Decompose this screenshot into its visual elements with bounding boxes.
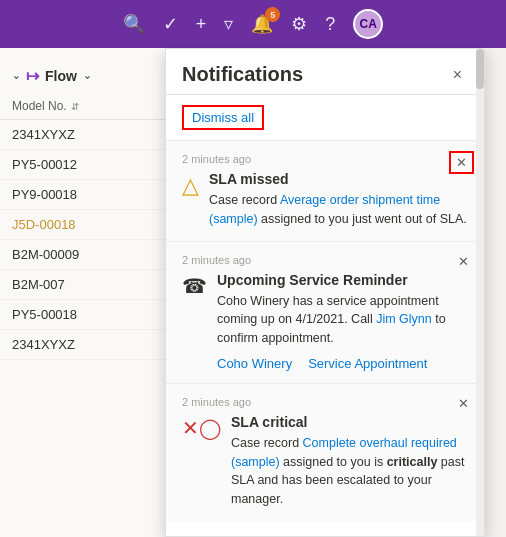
notification-close-button[interactable]: ✕ [453, 252, 474, 271]
notification-card-service-reminder: 2 minutes ago ✕ ☎ Upcoming Service Remin… [166, 241, 484, 383]
notification-body: ✕◯ SLA critical Case record Complete ove… [182, 414, 468, 509]
list-item[interactable]: PY5-00018 [0, 300, 169, 330]
notification-title-text: Upcoming Service Reminder [217, 272, 468, 288]
column-header: Model No. ⇵ [0, 93, 169, 120]
critical-icon: ✕◯ [182, 416, 221, 440]
settings-icon[interactable]: ⚙ [291, 13, 307, 35]
avatar[interactable]: CA [353, 9, 383, 39]
notification-close-button[interactable]: ✕ [449, 151, 474, 174]
service-appointment-link[interactable]: Service Appointment [308, 356, 427, 371]
list-item[interactable]: PY9-00018 [0, 180, 169, 210]
desc-post: assigned to you just went out of SLA. [258, 212, 467, 226]
list-item[interactable]: J5D-00018 [0, 210, 169, 240]
notification-time: 2 minutes ago [182, 153, 468, 165]
filter-icon[interactable]: ▿ [224, 13, 233, 35]
flow-icon: ↦ [26, 66, 39, 85]
notification-description: Case record Complete overhaul required (… [231, 434, 468, 509]
notification-time: 2 minutes ago [182, 396, 468, 408]
notifications-header: Notifications × [166, 49, 484, 95]
notification-title-text: SLA critical [231, 414, 468, 430]
notification-links-row: Coho Winery Service Appointment [217, 356, 468, 371]
search-icon[interactable]: 🔍 [123, 13, 145, 35]
notification-content: Upcoming Service Reminder Coho Winery ha… [217, 272, 468, 371]
list-item[interactable]: B2M-007 [0, 270, 169, 300]
notification-title-text: SLA missed [209, 171, 468, 187]
notification-close-button[interactable]: ✕ [453, 394, 474, 413]
chevron-right-icon[interactable]: ⌄ [83, 70, 91, 81]
top-nav: 🔍 ✓ + ▿ 🔔 5 ⚙ ? CA [0, 0, 506, 48]
flow-label: Flow [45, 68, 77, 84]
critically-bold: critically [387, 455, 438, 469]
warning-icon: △ [182, 173, 199, 199]
coho-winery-link[interactable]: Coho Winery [217, 356, 292, 371]
desc-post: assigned to you is [280, 455, 387, 469]
column-header-label: Model No. [12, 99, 67, 113]
notifications-close-button[interactable]: × [447, 64, 468, 86]
notification-description: Case record Average order shipment time … [209, 191, 468, 229]
notification-card-sla-critical: 2 minutes ago ✕ ✕◯ SLA critical Case rec… [166, 383, 484, 521]
desc-pre: Case record [231, 436, 303, 450]
bell-icon[interactable]: 🔔 5 [251, 13, 273, 35]
notification-card-sla-missed: 2 minutes ago ✕ △ SLA missed Case record… [166, 140, 484, 241]
notification-time: 2 minutes ago [182, 254, 468, 266]
list-item[interactable]: 2341XYXZ [0, 120, 169, 150]
list-item[interactable]: PY5-00012 [0, 150, 169, 180]
bell-badge: 5 [265, 7, 280, 22]
desc-pre: Case record [209, 193, 280, 207]
list-item[interactable]: B2M-00009 [0, 240, 169, 270]
help-icon[interactable]: ? [325, 14, 335, 35]
notification-body: ☎ Upcoming Service Reminder Coho Winery … [182, 272, 468, 371]
scrollbar-thumb[interactable] [476, 49, 484, 89]
jim-glynn-link[interactable]: Jim Glynn [376, 312, 432, 326]
scrollbar[interactable] [476, 49, 484, 536]
notification-description: Coho Winery has a service appointment co… [217, 292, 468, 348]
sort-icon[interactable]: ⇵ [71, 101, 79, 112]
notification-content: SLA missed Case record Average order shi… [209, 171, 468, 229]
tasks-icon[interactable]: ✓ [163, 13, 178, 35]
sidebar-header: ⌄ ↦ Flow ⌄ [0, 58, 169, 93]
list-item[interactable]: 2341XYXZ [0, 330, 169, 360]
notifications-title: Notifications [182, 63, 303, 86]
phone-icon: ☎ [182, 274, 207, 298]
notification-content: SLA critical Case record Complete overha… [231, 414, 468, 509]
dismiss-all-button[interactable]: Dismiss all [182, 105, 264, 130]
add-icon[interactable]: + [196, 14, 207, 35]
main-area: ⌄ ↦ Flow ⌄ Model No. ⇵ 2341XYXZ PY5-0001… [0, 48, 506, 537]
sidebar: ⌄ ↦ Flow ⌄ Model No. ⇵ 2341XYXZ PY5-0001… [0, 48, 170, 537]
chevron-down-icon[interactable]: ⌄ [12, 70, 20, 81]
notification-body: △ SLA missed Case record Average order s… [182, 171, 468, 229]
notifications-panel: Notifications × Dismiss all 2 minutes ag… [165, 48, 485, 537]
